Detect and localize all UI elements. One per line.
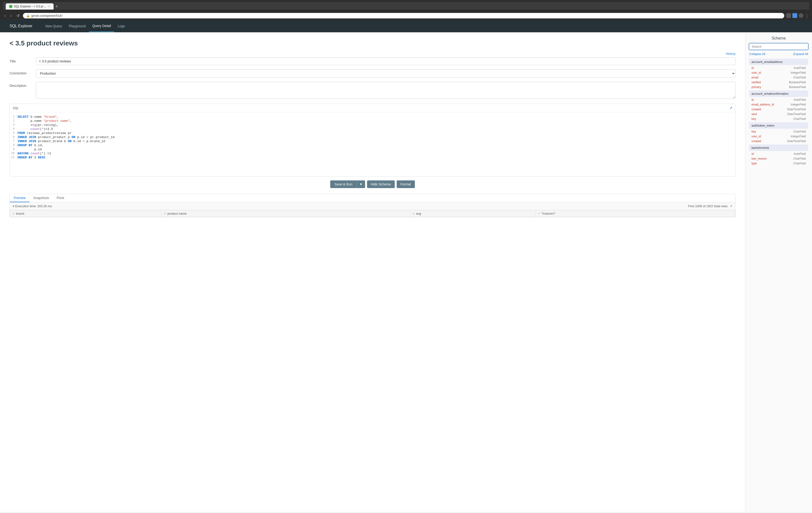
field-name-sent: sent — [752, 112, 757, 116]
connection-field-wrapper: Production — [36, 70, 735, 78]
line-code-9: p.id — [18, 147, 41, 151]
title-field[interactable] — [36, 57, 735, 65]
schema-table-emailconfirmation: account_emailconfirmation id AutoField e… — [749, 90, 808, 121]
format-button[interactable]: Format — [397, 181, 415, 188]
title-label: Title — [9, 57, 36, 63]
connection-select[interactable]: Production — [36, 70, 735, 78]
hide-schema-button[interactable]: Hide Schema — [367, 181, 395, 188]
address-bar-row: ‹ › ↺ 🔒 grove.co/explorer/514/ ⋮ — [0, 11, 812, 20]
lock-icon: 🔒 — [26, 14, 30, 18]
line-num-10: 10 — [10, 152, 18, 155]
field-type-userid-3: IntegerField — [791, 135, 806, 138]
field-type-userid-1: IntegerField — [791, 71, 806, 74]
nav-query-detail[interactable]: Query Detail — [89, 20, 114, 32]
save-run-button[interactable]: Save & Run — [330, 181, 357, 188]
history-link[interactable]: History — [9, 52, 735, 55]
field-type-key-2: CharField — [793, 117, 806, 120]
back-button[interactable]: ‹ — [3, 13, 7, 19]
sql-line-1: 1 SELECT b.name "brand", — [10, 115, 735, 119]
save-run-dropdown-button[interactable]: ▼ — [357, 181, 365, 188]
field-name-verified-1: verified — [752, 81, 761, 84]
line-code-5: FROM reviews_productreview pr — [18, 131, 71, 135]
tab-snapshots[interactable]: Snapshots — [29, 194, 53, 202]
nav-new-query[interactable]: New Query — [42, 20, 65, 32]
line-num-9: 9 — [10, 147, 18, 151]
new-tab-button[interactable]: + — [54, 4, 60, 9]
schema-table-name-authtoken[interactable]: authtoken_token — [749, 122, 808, 129]
line-num-8: 8 — [10, 143, 18, 147]
field-name-created-2: created — [752, 108, 761, 111]
address-bar[interactable]: 🔒 grove.co/explorer/514/ — [23, 13, 784, 19]
tab-close-btn[interactable]: ✕ — [48, 5, 50, 8]
field-name-type-4: type — [752, 162, 757, 165]
sql-editor[interactable]: 1 SELECT b.name "brand", 2 p.name "produ… — [10, 112, 735, 176]
field-name-created-3: created — [752, 139, 761, 143]
line-code-3: avg(pr.rating), — [18, 123, 59, 127]
collapse-all-link[interactable]: Collapse All — [749, 52, 765, 56]
line-num-1: 1 — [10, 115, 18, 119]
schema-table-name-emailaddress[interactable]: account_emailaddress — [749, 59, 808, 65]
execution-time: # Execution time: 203.20 ms — [13, 204, 52, 208]
schema-field-id-4: id AutoField — [749, 152, 808, 156]
field-type-type-4: CharField — [793, 162, 806, 165]
tab-pivot[interactable]: Pivot — [53, 194, 68, 202]
field-type-id-2: AutoField — [793, 98, 806, 102]
description-field[interactable] — [36, 82, 735, 99]
sql-line-6: 6 INNER JOIN product_product p ON p.id =… — [10, 135, 735, 139]
sql-expand-icon[interactable]: ↗ — [729, 106, 732, 110]
active-tab[interactable]: SQL Explorer - < 3.5 product r... ✕ — [6, 3, 54, 9]
sql-line-9: 9 p.id — [10, 147, 735, 152]
result-table: # brand # product name # avg ? — [10, 210, 735, 217]
sql-box: SQL ↗ 1 SELECT b.name "brand", 2 p.name … — [9, 104, 735, 177]
schema-field-primary-1: primary BooleanField — [749, 85, 808, 89]
result-tabs: Preview Snapshots Pivot — [10, 194, 735, 202]
col-avg-icon: # — [413, 212, 414, 215]
nav-playground[interactable]: Playground — [65, 20, 89, 32]
result-expand-icon[interactable]: ↗ — [730, 204, 732, 208]
action-row: Save & Run ▼ Hide Schema Format — [9, 181, 735, 188]
main-area: < 3.5 product reviews History Title Conn… — [0, 32, 745, 512]
line-num-5: 5 — [10, 131, 18, 135]
col-product-name: # product name — [161, 210, 410, 217]
app-title: SQL Explorer — [9, 24, 32, 28]
tab-preview[interactable]: Preview — [10, 194, 29, 202]
address-text: grove.co/explorer/514/ — [31, 14, 62, 18]
line-code-7: INNER JOIN product_brand b ON b.id = p.b… — [18, 139, 105, 143]
nav-logs[interactable]: Logs — [114, 20, 128, 32]
field-type-created-2: DateTimeField — [787, 108, 806, 111]
schema-field-userid-1: user_id IntegerField — [749, 70, 808, 75]
sql-line-4: 4 count(*)<3.5 — [10, 127, 735, 131]
result-info-right: First 1000 of 1937 total rows. ↗ — [688, 204, 732, 208]
sql-line-5: 5 FROM reviews_productreview pr — [10, 131, 735, 135]
sql-line-7: 7 INNER JOIN product_brand b ON b.id = p… — [10, 139, 735, 143]
page-content: < 3.5 product reviews History Title Conn… — [0, 32, 812, 512]
result-info-bar: # Execution time: 203.20 ms First 1000 o… — [10, 202, 735, 210]
forward-button[interactable]: › — [9, 13, 13, 19]
schema-field-id-2: id AutoField — [749, 98, 808, 102]
save-run-group: Save & Run ▼ — [330, 181, 365, 188]
schema-table-name-banishments[interactable]: banishments — [749, 144, 808, 151]
line-code-10: HAVING count(*) >1 — [18, 152, 51, 155]
reload-button[interactable]: ↺ — [15, 13, 21, 19]
field-type-id-4: AutoField — [793, 152, 806, 156]
extension-icon-2 — [792, 13, 797, 18]
page-title: < 3.5 product reviews — [9, 39, 735, 47]
schema-search-input[interactable] — [749, 43, 808, 50]
field-type-created-3: DateTimeField — [787, 139, 806, 143]
tab-title: SQL Explorer - < 3.5 product r... — [14, 5, 47, 8]
line-num-2: 2 — [10, 119, 18, 123]
schema-table-name-emailconfirmation[interactable]: account_emailconfirmation — [749, 90, 808, 97]
profile-icon[interactable] — [799, 13, 803, 18]
line-code-11: ORDER BY 3 DESC — [18, 156, 46, 159]
title-row: Title — [9, 57, 735, 65]
col-product-icon: # — [164, 212, 166, 215]
schema-title: Schema — [749, 36, 808, 40]
field-type-ban-reason: CharField — [793, 157, 806, 160]
col-extra: ? ?column? — [535, 210, 735, 217]
field-name-primary-1: primary — [752, 85, 761, 89]
menu-icon[interactable]: ⋮ — [805, 13, 809, 19]
line-code-4: count(*)<3.5 — [18, 127, 53, 131]
schema-field-key-2: key CharField — [749, 116, 808, 121]
expand-all-link[interactable]: Expand All — [793, 52, 808, 56]
field-type-verified-1: BooleanField — [789, 81, 806, 84]
